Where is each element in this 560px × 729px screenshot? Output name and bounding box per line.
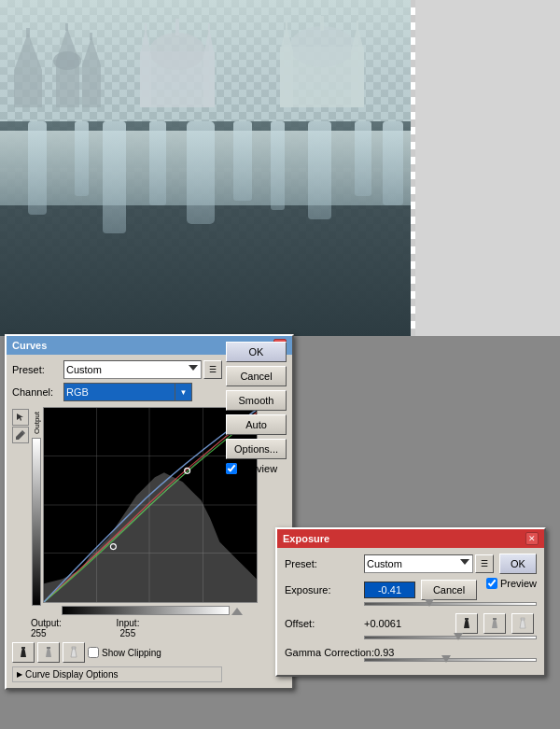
exposure-offset-slider[interactable] [364, 636, 537, 639]
exposure-offset-label: Offset: [285, 618, 364, 629]
curves-display-options-icon: ▶ [17, 670, 22, 679]
svg-point-11 [149, 33, 205, 70]
exposure-gamma-slider-row [285, 658, 537, 662]
svg-rect-33 [233, 121, 252, 201]
svg-rect-51 [493, 618, 497, 620]
exposure-gamma-label: Gamma Correction: [285, 647, 374, 658]
curves-output-value-label: Output: [31, 618, 62, 628]
curves-ok-button[interactable]: OK [226, 342, 287, 362]
exposure-preset-select[interactable]: Custom [364, 554, 473, 573]
exposure-preset-menu-button[interactable]: ☰ [475, 554, 494, 573]
svg-marker-15 [140, 28, 151, 56]
curves-eyedropper-row: Show Clipping [12, 642, 222, 663]
right-canvas-margin [415, 0, 560, 336]
curves-gradient-arrow [231, 608, 243, 615]
svg-rect-37 [383, 121, 403, 205]
exposure-gamma-slider-thumb [441, 655, 451, 663]
canvas-area [0, 0, 560, 336]
curves-dialog: Curves ✕ Preset: Custom ☰ Channel: RGB ▼ [5, 334, 294, 690]
svg-marker-24 [280, 25, 293, 51]
svg-marker-1 [14, 33, 42, 70]
curves-preset-select[interactable]: Custom [63, 360, 202, 379]
curves-eyedropper-white[interactable] [63, 642, 85, 663]
curves-options-button[interactable]: Options... [226, 439, 287, 459]
svg-rect-35 [308, 121, 331, 219]
svg-rect-49 [72, 647, 76, 649]
exposure-offset-slider-row [285, 636, 537, 639]
curves-preset-row: Preset: Custom ☰ [12, 360, 222, 379]
curves-channel-label: Channel: [12, 386, 63, 398]
curves-values-row: Output: 255 Input: 255 [31, 618, 222, 638]
svg-rect-29 [75, 121, 89, 196]
svg-point-6 [53, 51, 81, 70]
curves-preset-menu-button[interactable]: ☰ [203, 360, 222, 379]
exposure-eyedropper-2[interactable] [483, 613, 506, 634]
exposure-gamma-slider[interactable] [364, 658, 537, 662]
exposure-preview-checkbox[interactable] [486, 578, 497, 589]
svg-rect-48 [47, 647, 50, 649]
curves-title: Curves [12, 340, 47, 351]
svg-rect-21 [320, 16, 324, 31]
exposure-gamma-row: Gamma Correction: 0.93 [285, 647, 537, 658]
svg-rect-50 [465, 618, 469, 620]
curves-channel-row: Channel: RGB ▼ [12, 383, 222, 401]
curves-graph-with-axis: Output [32, 407, 258, 606]
curves-show-clipping-checkbox[interactable] [88, 647, 99, 658]
curves-eyedropper-black[interactable] [12, 642, 35, 663]
curves-cancel-button[interactable]: Cancel [226, 366, 287, 386]
curves-tool-cursor[interactable] [12, 409, 29, 426]
exposure-slider-thumb [425, 599, 434, 607]
curves-input-value: 255 [116, 628, 139, 638]
curves-display-options[interactable]: ▶ Curve Display Options [12, 666, 222, 682]
exposure-exposure-value[interactable]: -0.41 [364, 582, 415, 598]
curves-show-clipping-row: Show Clipping [88, 647, 161, 658]
exposure-preview-label: Preview [500, 578, 537, 589]
curves-grid-svg [44, 408, 257, 602]
curves-input-value-area: Input: 255 [116, 618, 139, 638]
curves-channel-arrow[interactable]: ▼ [175, 383, 192, 401]
curves-preview-checkbox[interactable] [226, 463, 237, 474]
curves-show-clipping-label: Show Clipping [102, 648, 161, 658]
svg-rect-0 [14, 70, 42, 107]
exposure-slider[interactable] [364, 602, 537, 606]
svg-rect-23 [351, 51, 364, 107]
curves-x-axis [45, 606, 258, 615]
svg-rect-12 [175, 19, 179, 35]
exposure-cancel-button[interactable]: Cancel [421, 580, 477, 600]
svg-rect-36 [355, 121, 371, 196]
exposure-eyedropper-1[interactable] [455, 613, 478, 634]
svg-rect-52 [521, 618, 525, 620]
curves-auto-button[interactable]: Auto [226, 414, 287, 435]
curves-preview-label: Preview [241, 463, 277, 474]
exposure-titlebar: Exposure ✕ [277, 529, 544, 548]
exposure-close-button[interactable]: ✕ [525, 532, 539, 545]
svg-marker-16 [203, 28, 215, 56]
curves-channel-select[interactable]: RGB [63, 383, 175, 401]
exposure-slider-row [285, 602, 537, 606]
curves-tool-pencil[interactable] [12, 427, 29, 443]
curves-buttons: OK Cancel Smooth Auto Options... Preview [226, 342, 287, 474]
svg-rect-18 [208, 23, 210, 31]
curves-output-value: 255 [31, 628, 62, 638]
curves-smooth-button[interactable]: Smooth [226, 390, 287, 411]
exposure-preview-row: Preview [486, 578, 537, 589]
exposure-offset-row: Offset: +0.0061 [285, 613, 537, 634]
curves-y-axis: Output [32, 407, 41, 606]
svg-rect-31 [149, 121, 166, 205]
exposure-ok-button[interactable]: OK [499, 554, 537, 574]
svg-point-20 [289, 26, 355, 67]
svg-rect-9 [90, 33, 92, 40]
curves-preview-row: Preview [226, 463, 287, 474]
svg-rect-26 [286, 21, 287, 28]
curves-eyedropper-gray[interactable] [37, 642, 60, 663]
svg-marker-25 [351, 25, 364, 51]
curves-output-value-area: Output: 255 [31, 618, 62, 638]
svg-rect-14 [203, 56, 215, 107]
exposure-eyedropper-3[interactable] [511, 613, 534, 634]
curves-tools [12, 407, 29, 615]
exposure-title: Exposure [283, 533, 329, 544]
exposure-exposure-label: Exposure: [285, 584, 364, 596]
svg-rect-47 [21, 647, 25, 649]
exposure-preset-label: Preset: [285, 558, 364, 569]
svg-marker-8 [82, 37, 101, 65]
